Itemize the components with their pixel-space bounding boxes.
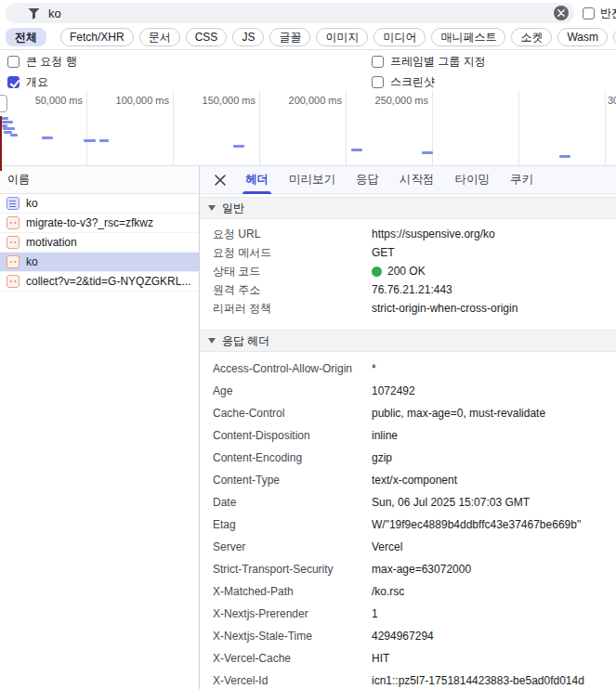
group-by-frame-option[interactable]: 프레임별 그룹 지정 bbox=[372, 54, 486, 70]
tab-response[interactable]: 응답 bbox=[346, 166, 389, 194]
waterfall-bar bbox=[42, 136, 53, 139]
collapse-triangle-icon bbox=[208, 205, 216, 211]
filter-chip-media[interactable]: 미디어 bbox=[374, 28, 426, 46]
tick-label: 50,000 ms bbox=[8, 95, 83, 106]
header-name: Age bbox=[213, 384, 372, 397]
header-name: Server bbox=[213, 540, 372, 553]
gridline bbox=[605, 90, 606, 165]
overview-timeline[interactable]: 50,000 ms 100,000 ms 150,000 ms 200,000 … bbox=[0, 90, 616, 165]
filter-chip-all[interactable]: 전체 bbox=[6, 28, 46, 46]
invert-option[interactable]: 반전 bbox=[583, 6, 616, 21]
filter-chip-manifest[interactable]: 매니페스트 bbox=[431, 28, 505, 46]
waterfall-bar bbox=[2, 121, 13, 124]
load-event-marker bbox=[0, 116, 2, 171]
tick-label: 300,000 ms bbox=[608, 95, 616, 106]
header-value: Vercel bbox=[372, 540, 402, 553]
filter-chip-fetch-xhr[interactable]: Fetch/XHR bbox=[60, 28, 134, 46]
tick-label: 100,000 ms bbox=[95, 95, 169, 106]
request-name: ko bbox=[26, 197, 38, 210]
fetch-type-icon bbox=[7, 255, 20, 268]
header-name: X-Vercel-Id bbox=[213, 674, 372, 687]
request-name: motivation bbox=[26, 236, 77, 249]
response-header-row: Server Vercel bbox=[200, 536, 616, 558]
header-value: strict-origin-when-cross-origin bbox=[372, 302, 518, 315]
waterfall-bar bbox=[3, 127, 15, 130]
filter-chip-doc[interactable]: 문서 bbox=[139, 28, 180, 46]
header-value: max-age=63072000 bbox=[372, 563, 471, 576]
fetch-type-icon bbox=[7, 275, 20, 288]
header-value: 76.76.21.21:443 bbox=[372, 283, 452, 296]
filter-chip-wasm[interactable]: Wasm bbox=[557, 28, 608, 46]
filter-value[interactable]: ko bbox=[48, 6, 61, 20]
header-value: Sun, 06 Jul 2025 15:07:03 GMT bbox=[372, 496, 530, 509]
response-header-row: Cache-Control public, max-age=0, must-re… bbox=[200, 402, 616, 424]
group-by-frame-checkbox[interactable] bbox=[372, 56, 384, 68]
overview-window-handle[interactable] bbox=[0, 95, 7, 112]
response-header-row: X-Vercel-Id icn1::pz5l7-1751814423883-be… bbox=[200, 670, 616, 689]
request-name: migrate-to-v3?_rsc=zfkwz bbox=[26, 216, 153, 229]
general-section-header[interactable]: 일반 bbox=[200, 197, 616, 219]
header-name: Content-Encoding bbox=[213, 451, 372, 464]
header-value: 4294967294 bbox=[372, 630, 434, 643]
filter-chip-img[interactable]: 이미지 bbox=[316, 28, 368, 46]
header-name: X-Nextjs-Stale-Time bbox=[213, 630, 372, 643]
screenshots-checkbox[interactable] bbox=[372, 76, 384, 88]
big-request-rows-option[interactable]: 큰 요청 행 bbox=[7, 54, 77, 70]
header-name: 요청 메서드 bbox=[213, 245, 372, 261]
resource-type-filters: 전체 Fetch/XHR 문서 CSS JS 글꼴 이미지 미디어 매니페스트 … bbox=[6, 25, 616, 49]
tab-timing[interactable]: 타이밍 bbox=[445, 166, 501, 194]
clear-filter-icon[interactable] bbox=[554, 6, 569, 20]
header-value: /ko.rsc bbox=[372, 585, 404, 598]
tab-cookies[interactable]: 쿠키 bbox=[500, 166, 544, 194]
header-name: Content-Type bbox=[213, 474, 372, 487]
request-list: 이름 ko migrate-to-v3?_rsc=zfkwz motivatio… bbox=[0, 166, 200, 689]
header-name: Strict-Transport-Security bbox=[213, 563, 372, 576]
fetch-type-icon bbox=[7, 236, 20, 249]
header-value: public, max-age=0, must-revalidate bbox=[372, 407, 545, 420]
gridline bbox=[173, 90, 174, 165]
filter-chip-css[interactable]: CSS bbox=[186, 28, 228, 46]
filter-input[interactable]: ko bbox=[6, 3, 574, 23]
response-header-row: Content-Type text/x-component bbox=[200, 469, 616, 491]
general-row: 리퍼러 정책 strict-origin-when-cross-origin bbox=[200, 299, 616, 318]
big-request-rows-checkbox[interactable] bbox=[7, 56, 20, 68]
header-value: https://suspensive.org/ko bbox=[372, 228, 495, 240]
request-row[interactable]: migrate-to-v3?_rsc=zfkwz bbox=[0, 214, 199, 233]
response-header-row: Strict-Transport-Security max-age=630720… bbox=[200, 558, 616, 580]
header-value: HIT bbox=[372, 652, 389, 665]
request-row[interactable]: motivation bbox=[0, 233, 199, 253]
screenshots-option[interactable]: 스크린샷 bbox=[372, 74, 435, 90]
filter-funnel-icon bbox=[28, 7, 40, 20]
fetch-type-icon bbox=[7, 216, 20, 229]
tab-initiator[interactable]: 시작점 bbox=[389, 166, 445, 194]
filter-chip-font[interactable]: 글꼴 bbox=[269, 28, 310, 46]
general-row: 상태 코드 200 OK bbox=[200, 262, 616, 280]
response-header-row: Etag W/"19f9ec4889b4ddbffc43e37467be669b… bbox=[200, 514, 616, 536]
overview-label: 개요 bbox=[26, 74, 48, 90]
request-row[interactable]: collect?v=2&tid=G-NYQZGKRL... bbox=[0, 272, 199, 292]
overview-checkbox[interactable] bbox=[7, 76, 20, 88]
request-row[interactable]: ko bbox=[0, 194, 199, 214]
status-ok-dot bbox=[372, 266, 382, 277]
header-name: 원격 주소 bbox=[213, 282, 372, 298]
big-request-rows-label: 큰 요청 행 bbox=[26, 54, 77, 70]
name-column-header[interactable]: 이름 bbox=[0, 166, 199, 194]
close-icon[interactable] bbox=[209, 169, 231, 191]
waterfall-bar bbox=[233, 145, 244, 148]
request-row-selected[interactable]: ko bbox=[0, 253, 199, 272]
header-value: 200 OK bbox=[387, 265, 426, 278]
network-main: 이름 ko migrate-to-v3?_rsc=zfkwz motivatio… bbox=[0, 165, 616, 689]
invert-checkbox[interactable] bbox=[583, 7, 595, 20]
response-header-row: Age 1072492 bbox=[200, 380, 616, 402]
header-name: Content-Disposition bbox=[213, 429, 372, 442]
header-value: gzip bbox=[372, 451, 392, 464]
filter-chip-js[interactable]: JS bbox=[232, 28, 264, 46]
filter-chip-socket[interactable]: 소켓 bbox=[511, 28, 552, 46]
overview-option[interactable]: 개요 bbox=[7, 74, 48, 90]
tab-headers[interactable]: 헤더 bbox=[235, 166, 279, 194]
response-headers-section-header[interactable]: 응답 헤더 bbox=[200, 330, 616, 352]
header-name: Date bbox=[213, 496, 372, 509]
header-name: Etag bbox=[213, 518, 372, 531]
tab-preview[interactable]: 미리보기 bbox=[279, 166, 346, 194]
screenshots-label: 스크린샷 bbox=[390, 74, 435, 90]
